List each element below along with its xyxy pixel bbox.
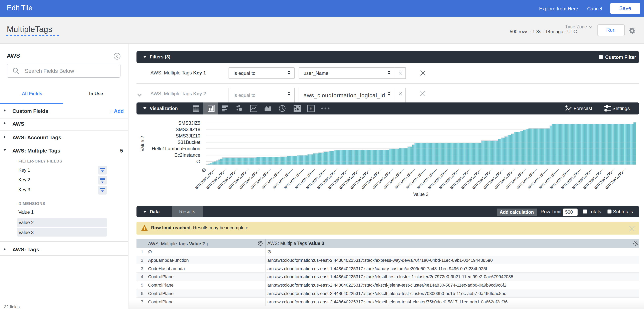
svg-text:Value 3: Value 3 — [413, 192, 428, 197]
svg-text:Hello1LambdaFunction: Hello1LambdaFunction — [152, 146, 200, 151]
svg-text:SMS3JIZ18: SMS3JIZ18 — [176, 127, 200, 132]
svg-text:∅: ∅ — [202, 168, 206, 173]
svg-text:SMS3JIZ5: SMS3JIZ5 — [178, 120, 200, 126]
svg-text:∅: ∅ — [196, 159, 200, 164]
svg-text:S31Bucket: S31Bucket — [177, 140, 200, 145]
svg-text:Value 2: Value 2 — [140, 136, 145, 152]
svg-text:SMS3JIZ10: SMS3JIZ10 — [176, 133, 200, 138]
svg-text:6: 6 — [310, 106, 312, 112]
svg-text:Ec2Instance: Ec2Instance — [174, 152, 200, 158]
